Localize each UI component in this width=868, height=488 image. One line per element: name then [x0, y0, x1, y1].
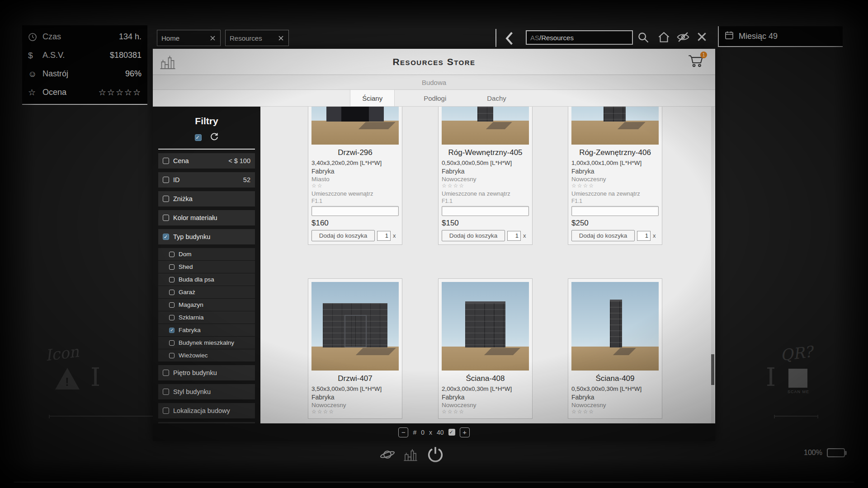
filter-label: Wieżowiec	[179, 352, 208, 359]
product-card: Ściana-409 0,50x3,00x0,30m [L*H*W] Fabry…	[568, 278, 662, 419]
checkbox-icon[interactable]	[163, 158, 169, 164]
tab-close-icon[interactable]	[209, 35, 216, 42]
checkbox-icon[interactable]	[163, 370, 169, 376]
month-panel: Miesiąc 49	[718, 26, 843, 47]
tab-sciany[interactable]: Ściany	[350, 90, 395, 106]
dollar-icon: $	[28, 51, 41, 61]
power-icon[interactable]	[426, 445, 445, 466]
checkbox-icon[interactable]	[169, 353, 175, 358]
cart-button[interactable]: 1	[688, 54, 703, 70]
checkbox-icon[interactable]	[169, 264, 175, 270]
checkbox-icon[interactable]	[163, 389, 169, 395]
smiley-icon: ☺	[28, 69, 41, 79]
filter-row-kolor-materialu[interactable]: Kolor materiału	[158, 210, 255, 225]
product-stars: ☆☆☆☆	[311, 408, 399, 415]
filter-type-wiezowiec[interactable]: Wieżowiec	[158, 349, 255, 361]
filters-enabled-checkbox[interactable]	[195, 134, 202, 141]
qr-caption: SCAN ME	[788, 389, 809, 394]
stat-label: A.S.V.	[42, 51, 65, 60]
variant-input[interactable]	[311, 206, 399, 216]
browser-tab-home[interactable]: Home	[157, 30, 221, 46]
filter-type-magazyn[interactable]: Magazyn	[158, 299, 255, 311]
filter-row-styl-budynku[interactable]: Styl budynku	[158, 384, 255, 399]
filter-type-budynek-mieszkalny[interactable]: Budynek mieszkalny	[158, 337, 255, 349]
stat-label: Ocena	[42, 88, 66, 97]
checkbox-icon[interactable]	[169, 290, 175, 295]
checkbox-icon[interactable]	[163, 408, 169, 414]
filter-label: ID	[173, 176, 180, 183]
page-plus-button[interactable]: +	[460, 427, 470, 437]
category-bar[interactable]: Budowa	[153, 75, 715, 90]
sketch-caption: QR?	[779, 343, 814, 364]
filter-row-cena[interactable]: Cena < $ 100	[158, 153, 255, 169]
checkbox-icon[interactable]	[163, 196, 169, 202]
city-app-icon[interactable]	[403, 448, 418, 463]
checkbox-icon[interactable]	[169, 302, 175, 308]
product-maker: Fabryka	[571, 394, 659, 401]
close-browser-icon[interactable]	[696, 31, 708, 42]
product-placement: Umieszczone wewnątrz	[311, 190, 399, 197]
product-dimensions: 0,50x3,00x0,30m [L*H*W]	[571, 385, 659, 392]
quantity-input[interactable]	[377, 231, 391, 241]
filter-row-typ-budynku[interactable]: Typ budynku	[158, 229, 255, 244]
eye-off-icon[interactable]	[676, 31, 690, 43]
add-to-cart-button[interactable]: Dodaj do koszyka	[311, 230, 375, 241]
product-name: Drzwi-407	[311, 374, 399, 383]
checkbox-icon[interactable]	[163, 234, 169, 240]
quantity-input[interactable]	[637, 231, 651, 241]
back-button[interactable]	[500, 30, 518, 47]
filter-type-garaz[interactable]: Garaż	[158, 286, 255, 298]
nav-divider	[495, 29, 496, 47]
browser-tab-resources[interactable]: Resources	[225, 30, 289, 46]
scrollbar-thumb[interactable]	[711, 354, 714, 385]
checkbox-icon[interactable]	[169, 277, 175, 282]
filter-row-znizka[interactable]: Zniżka	[158, 191, 255, 206]
filter-type-shed[interactable]: Shed	[158, 261, 255, 273]
filter-label: Cena	[173, 157, 189, 164]
filter-label: Lokalizacja budowy	[173, 407, 230, 414]
variant-input[interactable]	[442, 206, 529, 216]
variant-input[interactable]	[571, 206, 659, 216]
filter-type-buda-dla-psa[interactable]: Buda dla psa	[158, 273, 255, 286]
calendar-icon	[725, 31, 734, 42]
refresh-icon[interactable]	[210, 132, 219, 143]
battery-percent: 100%	[804, 449, 822, 457]
search-icon[interactable]	[637, 31, 649, 43]
address-bar[interactable]: AS/Resources	[526, 30, 633, 45]
battery-icon	[827, 448, 845, 457]
quantity-input[interactable]	[507, 231, 521, 241]
building-type-list: Dom Shed Buda dla psa Garaż Magazyn	[158, 248, 255, 361]
checkbox-icon[interactable]	[169, 252, 175, 257]
tab-dachy[interactable]: Dachy	[475, 90, 518, 106]
filter-row-pietro-budynku[interactable]: Piętro budynku	[158, 365, 255, 380]
filter-row-lokalizacja-budowy[interactable]: Lokalizacja budowy	[158, 403, 255, 418]
product-dimensions: 1,00x3,00x1,00m [L*H*W]	[571, 160, 659, 166]
product-stars: ☆☆☆☆	[571, 183, 659, 189]
tab-close-icon[interactable]	[278, 35, 284, 42]
filter-row-id[interactable]: ID 52	[158, 172, 255, 188]
planet-app-icon[interactable]	[380, 448, 395, 463]
product-card: Drzwi-407 3,50x3,00x0,30m [L*H*W] Fabryk…	[308, 278, 402, 419]
filter-type-szklarnia[interactable]: Szklarnia	[158, 311, 255, 324]
background-sketch-left: Icon ! I	[45, 344, 79, 362]
filter-label: Buda dla psa	[179, 276, 214, 283]
product-maker: Fabryka	[311, 168, 399, 175]
add-to-cart-button[interactable]: Dodaj do koszyka	[442, 230, 505, 241]
filter-type-fabryka[interactable]: Fabryka	[158, 324, 255, 336]
checkbox-icon[interactable]	[163, 215, 169, 221]
pagination-checkbox[interactable]	[448, 429, 455, 436]
star-icon: ☆	[28, 87, 41, 98]
home-icon[interactable]	[658, 31, 670, 43]
checkbox-icon[interactable]	[163, 177, 169, 183]
checkbox-icon[interactable]	[169, 315, 175, 320]
add-to-cart-button[interactable]: Dodaj do koszyka	[571, 230, 635, 241]
product-dimensions: 3,50x3,00x0,30m [L*H*W]	[311, 385, 399, 392]
product-price: $150	[442, 219, 529, 228]
tab-podlogi[interactable]: Podłogi	[412, 90, 458, 106]
filter-type-dom[interactable]: Dom	[158, 248, 255, 260]
checkbox-icon[interactable]	[169, 340, 175, 346]
checkbox-icon[interactable]	[169, 328, 175, 333]
filter-title: Filtry	[158, 116, 255, 127]
filter-label: Dom	[179, 251, 192, 258]
page-minus-button[interactable]: −	[398, 427, 408, 437]
